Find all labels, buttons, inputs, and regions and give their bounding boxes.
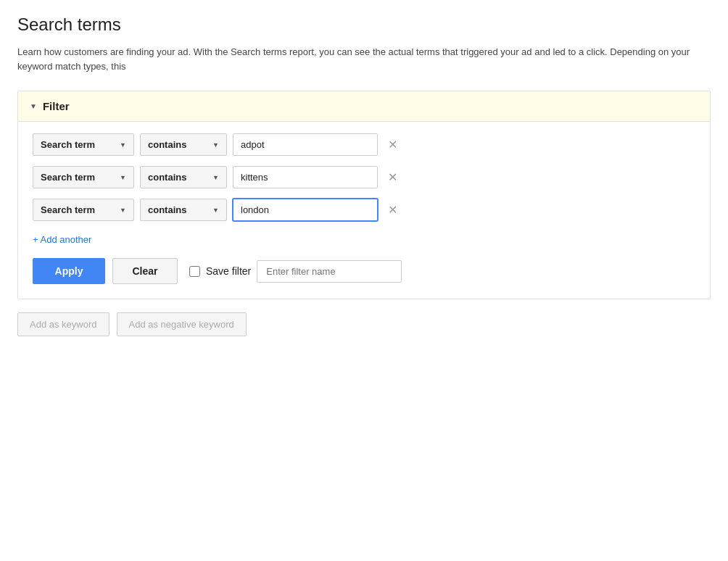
bottom-buttons: Add as keyword Add as negative keyword <box>17 312 711 336</box>
filter-panel: ▼ Filter Search term ▼ contains ▼ ✕ Sear… <box>17 91 711 299</box>
add-as-keyword-button[interactable]: Add as keyword <box>17 312 109 336</box>
filter-row-3: Search term ▼ contains ▼ ✕ <box>33 199 695 221</box>
remove-row-1-button[interactable]: ✕ <box>384 136 402 154</box>
add-another-link[interactable]: + Add another <box>33 234 91 245</box>
save-filter-label[interactable]: Save filter <box>206 265 251 277</box>
condition-dropdown-3[interactable]: contains ▼ <box>140 199 227 221</box>
condition-dropdown-1[interactable]: contains ▼ <box>140 133 227 156</box>
value-input-3[interactable] <box>233 199 378 221</box>
filter-body: Search term ▼ contains ▼ ✕ Search term ▼… <box>18 122 710 299</box>
filter-row-2: Search term ▼ contains ▼ ✕ <box>33 166 695 188</box>
condition-dropdown-2[interactable]: contains ▼ <box>140 166 227 188</box>
condition-dropdown-3-arrow: ▼ <box>212 207 219 214</box>
actions-row: Apply Clear Save filter <box>33 258 695 284</box>
value-input-2[interactable] <box>233 166 378 188</box>
page-description: Learn how customers are finding your ad.… <box>17 45 711 73</box>
condition-dropdown-1-arrow: ▼ <box>212 141 219 149</box>
remove-row-2-button[interactable]: ✕ <box>384 169 402 186</box>
clear-button[interactable]: Clear <box>112 258 178 284</box>
field-dropdown-3-arrow: ▼ <box>120 207 126 214</box>
save-filter-group: Save filter <box>189 260 402 283</box>
filter-header[interactable]: ▼ Filter <box>18 91 710 122</box>
filter-header-label: Filter <box>43 100 70 112</box>
field-dropdown-2-arrow: ▼ <box>120 174 126 181</box>
field-dropdown-1-arrow: ▼ <box>120 141 126 149</box>
filter-collapse-arrow: ▼ <box>30 102 37 110</box>
field-dropdown-1[interactable]: Search term ▼ <box>33 133 134 156</box>
field-dropdown-2[interactable]: Search term ▼ <box>33 166 134 188</box>
value-input-1[interactable] <box>233 133 378 156</box>
condition-dropdown-2-arrow: ▼ <box>212 174 219 181</box>
filter-name-input[interactable] <box>257 260 402 283</box>
save-filter-checkbox[interactable] <box>189 266 200 277</box>
filter-row-1: Search term ▼ contains ▼ ✕ <box>33 133 695 156</box>
add-as-negative-keyword-button[interactable]: Add as negative keyword <box>117 312 247 336</box>
field-dropdown-3[interactable]: Search term ▼ <box>33 199 134 221</box>
page-title: Search terms <box>17 14 711 35</box>
remove-row-3-button[interactable]: ✕ <box>384 201 402 219</box>
apply-button[interactable]: Apply <box>33 258 105 284</box>
